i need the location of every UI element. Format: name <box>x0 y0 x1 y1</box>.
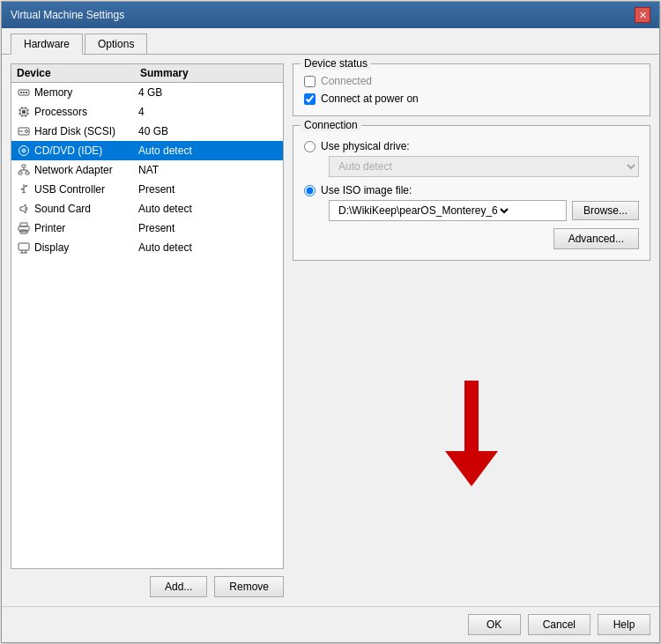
arrow-container <box>293 270 650 597</box>
svg-rect-22 <box>26 172 29 174</box>
add-button[interactable]: Add... <box>150 576 207 597</box>
browse-button[interactable]: Browse... <box>572 201 639 220</box>
device-name-memory: Memory <box>34 86 138 99</box>
device-summary-processors: 4 <box>138 106 278 118</box>
iso-field-row: D:\WikiKeep\pearOS_Monterey_64bit-12-bet… <box>304 200 639 221</box>
sound-icon <box>17 202 31 216</box>
svg-rect-31 <box>21 189 23 190</box>
iso-field: D:\WikiKeep\pearOS_Monterey_64bit-12-bet… <box>329 200 567 221</box>
device-status-group: Device status Connected Connect at power… <box>293 63 650 116</box>
device-list[interactable]: Device Summary Memory 4 GB Process <box>11 63 284 569</box>
virtual-machine-settings-window: Virtual Machine Settings ✕ Hardware Opti… <box>1 1 660 643</box>
advanced-button[interactable]: Advanced... <box>553 228 639 249</box>
svg-rect-20 <box>22 165 26 167</box>
device-summary-memory: 4 GB <box>138 86 278 99</box>
remove-button[interactable]: Remove <box>214 576 284 597</box>
connected-label: Connected <box>321 75 372 87</box>
iso-label: Use ISO image file: <box>321 184 412 196</box>
device-name-display: Display <box>34 241 138 254</box>
device-row-usb[interactable]: USB Controller Present <box>11 180 283 199</box>
device-summary-usb: Present <box>138 183 278 196</box>
physical-drive-row: Use physical drive: <box>304 140 639 152</box>
svg-point-19 <box>23 150 25 152</box>
svg-rect-5 <box>22 110 26 114</box>
connect-power-checkbox[interactable] <box>304 93 316 105</box>
device-summary-network: NAT <box>138 164 278 176</box>
device-name-printer: Printer <box>34 222 138 234</box>
close-button[interactable]: ✕ <box>635 7 650 23</box>
physical-drive-label: Use physical drive: <box>321 140 410 152</box>
svg-rect-41 <box>464 381 479 451</box>
device-summary-harddisk: 40 GB <box>138 125 278 137</box>
svg-marker-32 <box>20 204 26 213</box>
device-row-network[interactable]: Network Adapter NAT <box>11 160 283 180</box>
device-list-header: Device Summary <box>11 64 283 83</box>
device-name-harddisk: Hard Disk (SCSI) <box>34 125 138 137</box>
cdrom-icon <box>17 144 31 158</box>
left-buttons: Add... Remove <box>11 576 284 597</box>
device-name-usb: USB Controller <box>34 183 138 196</box>
device-name-processors: Processors <box>34 106 138 118</box>
svg-rect-3 <box>26 92 27 93</box>
device-name-network: Network Adapter <box>34 164 138 176</box>
connection-group: Connection Use physical drive: Auto dete… <box>293 125 650 261</box>
svg-rect-2 <box>23 92 25 93</box>
left-panel: Device Summary Memory 4 GB Process <box>11 63 284 597</box>
device-row-processors[interactable]: Processors 4 <box>11 102 283 122</box>
tab-bar: Hardware Options <box>2 28 659 55</box>
iso-radio[interactable] <box>304 185 316 196</box>
right-panel: Device status Connected Connect at power… <box>293 63 650 597</box>
usb-icon <box>17 182 31 196</box>
help-button[interactable]: Help <box>598 614 650 635</box>
device-status-title: Device status <box>301 57 371 70</box>
advanced-row: Advanced... <box>304 228 639 249</box>
col-summary-header: Summary <box>140 67 278 79</box>
device-summary-display: Auto detect <box>138 241 278 254</box>
harddisk-icon <box>17 124 31 138</box>
device-row-harddisk[interactable]: Hard Disk (SCSI) 40 GB <box>11 122 283 141</box>
drive-dropdown-row: Auto detect <box>304 156 639 177</box>
connected-row: Connected <box>304 75 639 87</box>
physical-drive-dropdown[interactable]: Auto detect <box>329 156 639 177</box>
svg-marker-42 <box>445 451 498 486</box>
device-row-cdvd[interactable]: CD/DVD (IDE) Auto detect <box>11 141 283 160</box>
svg-rect-33 <box>20 223 27 226</box>
svg-rect-21 <box>19 172 22 174</box>
title-bar: Virtual Machine Settings ✕ <box>2 2 659 28</box>
window-title: Virtual Machine Settings <box>11 9 124 21</box>
svg-rect-37 <box>19 243 29 250</box>
connect-power-row: Connect at power on <box>304 93 639 105</box>
down-arrow <box>445 381 498 486</box>
device-row-memory[interactable]: Memory 4 GB <box>11 83 283 102</box>
bottom-buttons: OK Cancel Help <box>2 606 659 642</box>
iso-dropdown[interactable]: D:\WikiKeep\pearOS_Monterey_64bit-12-bet… <box>335 204 511 218</box>
network-icon <box>17 163 31 177</box>
col-device-header: Device <box>17 67 140 79</box>
iso-image-row: Use ISO image file: <box>304 184 639 196</box>
display-icon <box>17 241 31 255</box>
connected-checkbox[interactable] <box>304 76 316 87</box>
device-row-display[interactable]: Display Auto detect <box>11 238 283 257</box>
svg-point-15 <box>26 130 28 133</box>
main-content: Device Summary Memory 4 GB Process <box>2 55 659 606</box>
device-row-printer[interactable]: Printer Present <box>11 218 283 238</box>
printer-icon <box>17 221 31 235</box>
tab-hardware[interactable]: Hardware <box>11 33 83 55</box>
tab-options[interactable]: Options <box>85 33 147 54</box>
device-summary-cdvd: Auto detect <box>138 144 278 157</box>
svg-point-30 <box>26 185 27 187</box>
ok-button[interactable]: OK <box>468 614 521 635</box>
device-row-sound[interactable]: Sound Card Auto detect <box>11 199 283 218</box>
device-name-sound: Sound Card <box>34 203 138 215</box>
memory-icon <box>17 85 31 100</box>
processor-icon <box>17 105 31 119</box>
device-summary-printer: Present <box>138 222 278 234</box>
svg-rect-1 <box>20 92 22 93</box>
connection-title: Connection <box>301 119 361 131</box>
device-name-cdvd: CD/DVD (IDE) <box>34 144 138 157</box>
cancel-button[interactable]: Cancel <box>528 614 590 635</box>
connect-power-label: Connect at power on <box>321 93 419 105</box>
physical-drive-radio[interactable] <box>304 141 316 152</box>
device-summary-sound: Auto detect <box>138 203 278 215</box>
